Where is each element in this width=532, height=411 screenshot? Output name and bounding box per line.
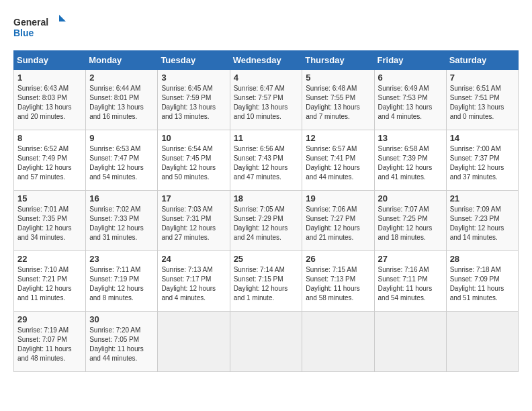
day-info: Sunrise: 6:43 AMSunset: 8:03 PMDaylight:… [17,84,82,122]
header-thursday: Thursday [302,51,374,70]
header-friday: Friday [374,51,446,70]
day-cell: 22Sunrise: 7:10 AMSunset: 7:21 PMDayligh… [14,251,86,312]
day-info: Sunrise: 7:03 AMSunset: 7:31 PMDaylight:… [161,205,226,242]
day-number: 14 [450,133,515,143]
day-cell: 26Sunrise: 7:15 AMSunset: 7:13 PMDayligh… [302,251,374,312]
day-info: Sunrise: 6:57 AMSunset: 7:41 PMDaylight:… [306,144,370,182]
day-number: 21 [450,193,515,203]
day-cell [374,312,446,372]
day-info: Sunrise: 7:15 AMSunset: 7:13 PMDaylight:… [306,265,370,303]
day-number: 17 [161,193,226,203]
day-cell: 18Sunrise: 7:05 AMSunset: 7:29 PMDayligh… [230,191,302,251]
week-row-1: 1Sunrise: 6:43 AMSunset: 8:03 PMDaylight… [14,70,519,130]
day-cell: 19Sunrise: 7:06 AMSunset: 7:27 PMDayligh… [302,191,374,251]
header-sunday: Sunday [14,51,86,70]
day-cell: 21Sunrise: 7:09 AMSunset: 7:23 PMDayligh… [446,191,518,251]
day-info: Sunrise: 7:14 AMSunset: 7:15 PMDaylight:… [234,265,299,303]
day-cell [446,312,518,372]
day-cell: 12Sunrise: 6:57 AMSunset: 7:41 PMDayligh… [302,130,374,191]
day-number: 23 [89,254,154,264]
week-row-5: 29Sunrise: 7:19 AMSunset: 7:07 PMDayligh… [14,312,519,372]
day-number: 19 [306,193,370,203]
day-number: 20 [378,193,443,203]
day-cell [158,312,230,372]
day-number: 11 [234,133,299,143]
day-cell: 25Sunrise: 7:14 AMSunset: 7:15 PMDayligh… [230,251,302,312]
day-cell: 1Sunrise: 6:43 AMSunset: 8:03 PMDaylight… [14,70,86,130]
day-number: 30 [89,314,154,324]
day-cell: 2Sunrise: 6:44 AMSunset: 8:01 PMDaylight… [86,70,158,130]
day-cell: 8Sunrise: 6:52 AMSunset: 7:49 PMDaylight… [14,130,86,191]
day-number: 25 [234,254,299,264]
day-number: 24 [161,254,226,264]
day-info: Sunrise: 7:10 AMSunset: 7:21 PMDaylight:… [17,265,82,303]
day-info: Sunrise: 6:48 AMSunset: 7:55 PMDaylight:… [306,84,370,122]
day-number: 16 [89,193,154,203]
day-info: Sunrise: 7:20 AMSunset: 7:05 PMDaylight:… [89,326,154,363]
day-info: Sunrise: 6:58 AMSunset: 7:39 PMDaylight:… [378,144,443,182]
day-number: 27 [378,254,443,264]
header-monday: Monday [86,51,158,70]
day-info: Sunrise: 6:51 AMSunset: 7:51 PMDaylight:… [450,84,515,122]
day-info: Sunrise: 6:56 AMSunset: 7:43 PMDaylight:… [234,144,299,182]
day-info: Sunrise: 7:18 AMSunset: 7:09 PMDaylight:… [450,265,515,303]
header-wednesday: Wednesday [230,51,302,70]
day-cell: 3Sunrise: 6:45 AMSunset: 7:59 PMDaylight… [158,70,230,130]
day-number: 5 [306,73,370,83]
day-cell: 11Sunrise: 6:56 AMSunset: 7:43 PMDayligh… [230,130,302,191]
day-number: 2 [89,73,154,83]
day-info: Sunrise: 7:05 AMSunset: 7:29 PMDaylight:… [234,205,299,242]
day-cell [302,312,374,372]
logo-svg: General Blue [13,13,67,44]
day-cell: 4Sunrise: 6:47 AMSunset: 7:57 PMDaylight… [230,70,302,130]
svg-text:Blue: Blue [13,28,34,38]
week-row-4: 22Sunrise: 7:10 AMSunset: 7:21 PMDayligh… [14,251,519,312]
day-number: 3 [161,73,226,83]
day-info: Sunrise: 7:01 AMSunset: 7:35 PMDaylight:… [17,205,82,242]
day-info: Sunrise: 7:16 AMSunset: 7:11 PMDaylight:… [378,265,443,303]
logo: General Blue [13,13,67,44]
day-cell [230,312,302,372]
day-cell: 10Sunrise: 6:54 AMSunset: 7:45 PMDayligh… [158,130,230,191]
svg-text:General: General [13,17,48,28]
day-cell: 14Sunrise: 7:00 AMSunset: 7:37 PMDayligh… [446,130,518,191]
day-info: Sunrise: 7:02 AMSunset: 7:33 PMDaylight:… [89,205,154,242]
day-info: Sunrise: 7:00 AMSunset: 7:37 PMDaylight:… [450,144,515,182]
day-cell: 13Sunrise: 6:58 AMSunset: 7:39 PMDayligh… [374,130,446,191]
day-cell: 24Sunrise: 7:13 AMSunset: 7:17 PMDayligh… [158,251,230,312]
calendar-table: SundayMondayTuesdayWednesdayThursdayFrid… [13,50,519,372]
header-saturday: Saturday [446,51,518,70]
day-cell: 9Sunrise: 6:53 AMSunset: 7:47 PMDaylight… [86,130,158,191]
day-number: 9 [89,133,154,143]
day-cell: 27Sunrise: 7:16 AMSunset: 7:11 PMDayligh… [374,251,446,312]
day-cell: 5Sunrise: 6:48 AMSunset: 7:55 PMDaylight… [302,70,374,130]
day-number: 10 [161,133,226,143]
day-number: 28 [450,254,515,264]
day-number: 1 [17,73,82,83]
day-number: 8 [17,133,82,143]
day-info: Sunrise: 6:45 AMSunset: 7:59 PMDaylight:… [161,84,226,122]
day-info: Sunrise: 6:52 AMSunset: 7:49 PMDaylight:… [17,144,82,182]
day-info: Sunrise: 7:19 AMSunset: 7:07 PMDaylight:… [17,326,82,363]
day-cell: 16Sunrise: 7:02 AMSunset: 7:33 PMDayligh… [86,191,158,251]
day-info: Sunrise: 6:53 AMSunset: 7:47 PMDaylight:… [89,144,154,182]
day-cell: 17Sunrise: 7:03 AMSunset: 7:31 PMDayligh… [158,191,230,251]
day-number: 18 [234,193,299,203]
day-number: 26 [306,254,370,264]
day-info: Sunrise: 7:06 AMSunset: 7:27 PMDaylight:… [306,205,370,242]
day-cell: 30Sunrise: 7:20 AMSunset: 7:05 PMDayligh… [86,312,158,372]
day-info: Sunrise: 6:44 AMSunset: 8:01 PMDaylight:… [89,84,154,122]
day-cell: 28Sunrise: 7:18 AMSunset: 7:09 PMDayligh… [446,251,518,312]
week-row-2: 8Sunrise: 6:52 AMSunset: 7:49 PMDaylight… [14,130,519,191]
day-info: Sunrise: 7:07 AMSunset: 7:25 PMDaylight:… [378,205,443,242]
day-cell: 7Sunrise: 6:51 AMSunset: 7:51 PMDaylight… [446,70,518,130]
day-number: 6 [378,73,443,83]
day-cell: 6Sunrise: 6:49 AMSunset: 7:53 PMDaylight… [374,70,446,130]
day-info: Sunrise: 7:13 AMSunset: 7:17 PMDaylight:… [161,265,226,303]
calendar-header-row: SundayMondayTuesdayWednesdayThursdayFrid… [14,51,519,70]
day-info: Sunrise: 6:47 AMSunset: 7:57 PMDaylight:… [234,84,299,122]
day-cell: 20Sunrise: 7:07 AMSunset: 7:25 PMDayligh… [374,191,446,251]
week-row-3: 15Sunrise: 7:01 AMSunset: 7:35 PMDayligh… [14,191,519,251]
day-cell: 23Sunrise: 7:11 AMSunset: 7:19 PMDayligh… [86,251,158,312]
day-info: Sunrise: 6:54 AMSunset: 7:45 PMDaylight:… [161,144,226,182]
